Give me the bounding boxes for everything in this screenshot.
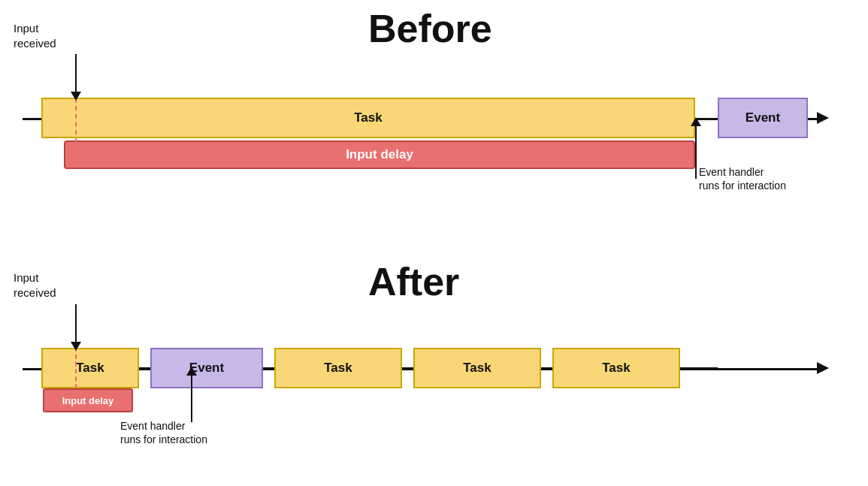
before-input-delay-box: Input delay xyxy=(64,140,695,169)
after-task4-box: Task xyxy=(552,348,680,388)
after-task3-box: Task xyxy=(413,348,541,388)
after-input-received-label: Inputreceived xyxy=(14,270,56,300)
before-input-received-arrow xyxy=(71,54,81,101)
after-connector-4 xyxy=(541,367,552,369)
after-timeline-arrow xyxy=(817,362,829,374)
after-event-handler-arrow xyxy=(186,367,197,422)
before-input-received-label: Inputreceived xyxy=(14,21,56,50)
before-task-box: Task xyxy=(41,98,695,138)
diagram-container: Before Task Event Input delay Inputrecei… xyxy=(0,0,868,486)
after-connector-3 xyxy=(402,367,413,369)
before-event-handler-label: Event handlerruns for interaction xyxy=(699,165,786,192)
after-event-handler-label: Event handlerruns for interaction xyxy=(120,419,207,446)
after-title: After xyxy=(368,259,459,304)
before-timeline-arrow xyxy=(817,112,829,124)
after-connector-2 xyxy=(263,367,274,369)
before-title: Before xyxy=(368,6,492,51)
after-connector-5 xyxy=(680,367,718,369)
after-task2-box: Task xyxy=(274,348,402,388)
after-connector-1 xyxy=(139,367,150,369)
after-input-received-arrow xyxy=(71,304,81,351)
after-input-delay-box: Input delay xyxy=(43,388,133,412)
before-event-box: Event xyxy=(718,98,808,138)
after-event-box: Event xyxy=(150,348,263,388)
after-task1-box: Task xyxy=(41,348,139,388)
